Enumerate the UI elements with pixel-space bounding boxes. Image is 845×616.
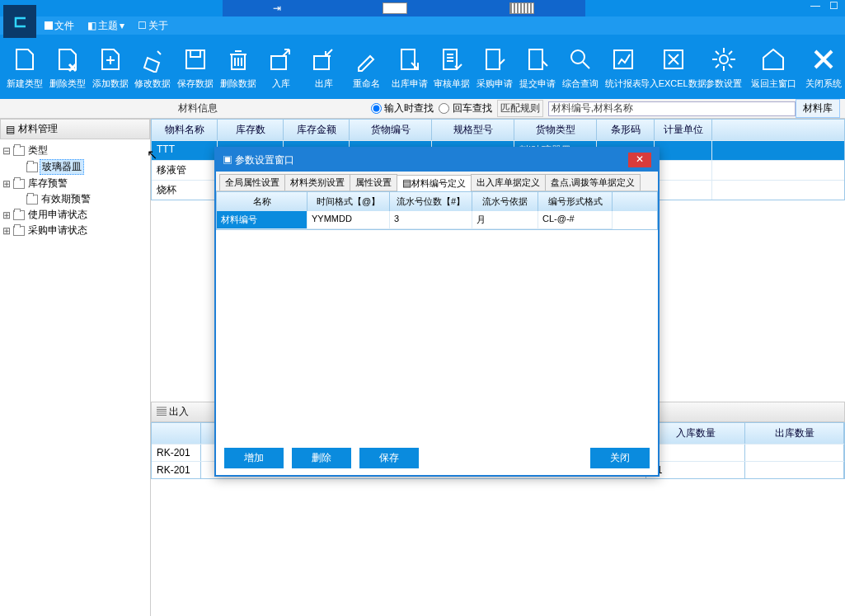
svg-point-11 — [720, 55, 728, 63]
col-header[interactable]: 货物类型 — [514, 120, 597, 140]
purchase-apply-icon — [480, 45, 509, 74]
tab-1[interactable]: 材料类别设置 — [284, 174, 350, 190]
toolbar-out-apply[interactable]: 出库申请 — [388, 37, 431, 96]
col-header[interactable]: 流水号依据 — [472, 192, 538, 211]
maximize-button[interactable]: ☐ — [825, 0, 842, 16]
tree-node-有效期预警[interactable]: 有效期预警 — [2, 191, 148, 207]
col-header[interactable]: 库存金额 — [284, 120, 350, 140]
toolbar-add-data[interactable]: 添加数据 — [89, 37, 132, 96]
col-header[interactable]: 时间格式【@】 — [307, 192, 390, 211]
toolbar-rename[interactable]: 重命名 — [345, 37, 388, 96]
tab-0[interactable]: 全局属性设置 — [219, 174, 285, 190]
expand-icon[interactable]: ⊞ — [2, 178, 12, 190]
toolbar-back-main[interactable]: 返回主窗口 — [745, 37, 803, 96]
theme-icon: ◧ — [87, 20, 96, 31]
svg-rect-5 — [444, 49, 457, 69]
expand-icon[interactable]: ⊟ — [2, 145, 12, 157]
dialog-grid[interactable]: 名称时间格式【@】流水号位数【#】流水号依据编号形式格式 材料编号YYMMDD3… — [216, 191, 658, 230]
match-label: 匹配规则 — [497, 100, 543, 117]
radio-input-search[interactable]: 输入时查找 — [371, 101, 434, 115]
tree-node-库存预警[interactable]: ⊞库存预警 — [2, 176, 148, 191]
tab-3[interactable]: ▤材料编号定义 — [397, 175, 472, 191]
tab-5[interactable]: 盘点,调拨等单据定义 — [545, 174, 641, 190]
add-button[interactable]: 增加 — [224, 448, 284, 468]
dialog-titlebar[interactable]: ▣ 参数设置窗口 ✕ — [216, 148, 658, 172]
save-data-icon — [181, 45, 210, 74]
folder-icon — [13, 226, 25, 236]
toolbar-new-type[interactable]: 新建类型 — [3, 37, 46, 96]
param-set-icon — [709, 45, 739, 74]
radio-enter-search[interactable]: 回车查找 — [439, 101, 491, 115]
param-settings-dialog: ▣ 参数设置窗口 ✕ 全局属性设置材料类别设置属性设置▤材料编号定义出入库单据定… — [214, 147, 660, 477]
svg-rect-3 — [314, 56, 329, 69]
col-header[interactable] — [152, 423, 201, 444]
toolbar-param-set[interactable]: 参数设置 — [702, 37, 745, 96]
toolbar-submit-apply[interactable]: 提交申请 — [516, 37, 559, 96]
pin-icon[interactable]: ⇥ — [273, 2, 281, 14]
col-header[interactable]: 入库数量 — [646, 423, 745, 444]
tree-node-类型[interactable]: ⊟类型 — [2, 143, 148, 158]
toolbar-save-data[interactable]: 保存数据 — [174, 37, 217, 96]
col-header[interactable]: 名称 — [217, 192, 307, 211]
svg-rect-4 — [401, 49, 415, 69]
toolbar-query[interactable]: 综合查询 — [559, 37, 602, 96]
col-header[interactable]: 流水号位数【#】 — [390, 192, 472, 211]
doc-icon: ▤ — [157, 406, 167, 417]
svg-rect-7 — [529, 49, 542, 69]
titlebar-grid-icon — [509, 2, 534, 14]
edit-data-icon — [138, 45, 167, 74]
folder-icon — [13, 146, 25, 156]
toolbar-stat-report[interactable]: 统计报表 — [602, 37, 645, 96]
tree-node-玻璃器皿[interactable]: 玻璃器皿 — [2, 158, 148, 176]
window-titlebar: ⇥ — ☐ — [0, 0, 845, 16]
menu-about[interactable]: ☐关于 — [131, 19, 175, 33]
toolbar-close-sys[interactable]: 关闭系统 — [802, 37, 845, 96]
folder-icon — [13, 179, 25, 189]
col-header[interactable]: 规格型号 — [432, 120, 514, 140]
save-button[interactable]: 保存 — [359, 448, 419, 468]
col-header[interactable]: 计量单位 — [655, 120, 712, 140]
svg-rect-1 — [190, 50, 200, 57]
tab-icon: ▤ — [402, 177, 411, 189]
delete-type-icon — [53, 45, 82, 74]
toolbar-delete-type[interactable]: 删除类型 — [46, 37, 89, 96]
col-header[interactable]: 出库数量 — [745, 423, 844, 444]
col-header[interactable]: 条形码 — [597, 120, 655, 140]
tree-node-采购申请状态[interactable]: ⊞采购申请状态 — [2, 223, 148, 238]
main-toolbar: 新建类型删除类型添加数据修改数据保存数据删除数据入库出库重命名出库申请审核单据采… — [0, 35, 845, 99]
toolbar-purchase-apply[interactable]: 采购申请 — [473, 37, 516, 96]
close-button[interactable]: 关闭 — [590, 448, 650, 468]
toolbar-stock-in[interactable]: 入库 — [260, 37, 303, 96]
close-icon[interactable]: ✕ — [628, 153, 651, 167]
material-lib-button[interactable]: 材料库 — [796, 99, 840, 118]
doc-icon: ▤ — [6, 124, 15, 135]
expand-icon[interactable]: ⊞ — [2, 209, 12, 221]
menu-theme[interactable]: ◧主题▾ — [81, 19, 131, 33]
col-header[interactable]: 库存数 — [218, 120, 284, 140]
expand-icon[interactable]: ⊞ — [2, 225, 12, 237]
export-excel-icon — [659, 45, 688, 74]
minimize-button[interactable]: — — [807, 0, 824, 16]
delete-button[interactable]: 删除 — [292, 448, 351, 468]
toolbar-edit-data[interactable]: 修改数据 — [132, 37, 175, 96]
toolbar-stock-out[interactable]: 出库 — [303, 37, 345, 96]
col-header[interactable]: 货物编号 — [350, 120, 432, 140]
col-header[interactable]: 编号形式格式 — [538, 192, 613, 211]
stock-in-icon — [266, 45, 296, 74]
match-rule-input[interactable] — [548, 101, 796, 116]
new-type-icon — [10, 45, 40, 74]
toolbar-export-excel[interactable]: 导入EXCEL数据 — [645, 37, 702, 96]
add-data-icon — [96, 45, 125, 74]
tree-node-使用申请状态[interactable]: ⊞使用申请状态 — [2, 207, 148, 223]
table-row[interactable]: 材料编号YYMMDD3月CL-@-# — [217, 211, 657, 229]
tab-2[interactable]: 属性设置 — [350, 174, 397, 190]
toolbar-review[interactable]: 审核单据 — [430, 37, 473, 96]
titlebar-decor: ⇥ — [223, 0, 585, 16]
tab-4[interactable]: 出入库单据定义 — [471, 174, 546, 190]
app-logo: ⊏ — [3, 5, 36, 38]
menu-file[interactable]: 文件 — [38, 19, 81, 33]
toolbar-delete-data[interactable]: 删除数据 — [217, 37, 260, 96]
col-header[interactable]: 物料名称 — [152, 120, 218, 140]
stock-out-icon — [309, 45, 339, 74]
back-main-icon — [758, 45, 788, 74]
